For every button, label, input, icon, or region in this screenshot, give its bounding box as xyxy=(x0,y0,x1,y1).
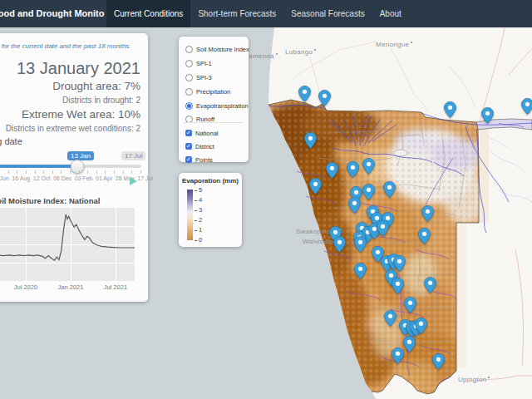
checkbox-points[interactable]: ✓Points xyxy=(185,155,213,165)
map-marker-pin[interactable] xyxy=(392,347,404,364)
slider-current-date-chip: 13 Jan xyxy=(67,151,94,160)
legend-tick: 0 xyxy=(195,237,219,244)
top-nav: Flood and Drought Monitor Current Condit… xyxy=(0,0,532,27)
map-marker-pin[interactable] xyxy=(347,161,359,178)
map-marker-pin[interactable] xyxy=(377,220,389,237)
map-marker-pin[interactable] xyxy=(403,336,416,352)
map-marker-pin[interactable] xyxy=(354,236,367,253)
divider xyxy=(184,122,244,123)
x-axis-tick: Jul 2021 xyxy=(104,283,127,291)
legend-title: Evaporation (mm) xyxy=(179,177,242,185)
radio-precipitation[interactable]: Precipitation xyxy=(185,86,230,96)
summary-stats: 13 January 2021 Drought area: 7% Distric… xyxy=(6,58,140,135)
slider-max-date-chip: 17 Jul xyxy=(121,151,145,160)
current-date: 13 January 2021 xyxy=(6,58,140,78)
place-label: amenda xyxy=(249,52,278,60)
place-label: Upington xyxy=(458,376,490,383)
tab-current-conditions[interactable]: Current Conditions xyxy=(106,0,190,27)
tab-short-term-forecasts[interactable]: Short-term Forecasts xyxy=(190,0,283,27)
tick-label: 16 Aug xyxy=(12,175,30,181)
radio-soil-moisture-index[interactable]: Soil Moisture Index xyxy=(185,44,249,54)
radio-icon xyxy=(185,102,193,110)
legend-tick: 4 xyxy=(195,197,219,204)
etosha-pan xyxy=(394,150,407,156)
intro-note: e for the current date and the past 18 m… xyxy=(0,42,131,50)
map-marker-pin[interactable] xyxy=(444,101,456,118)
place-label: Lubango xyxy=(285,48,316,56)
x-axis-tick: Jan 2021 xyxy=(58,283,84,291)
map-marker-pin[interactable] xyxy=(298,86,311,102)
tick-label: 20 Jun xyxy=(0,175,9,181)
radio-spi-3[interactable]: SPI-3 xyxy=(185,72,212,82)
tick-label: 08 Dec xyxy=(53,175,71,181)
conditions-summary-panel: e for the current date and the past 18 m… xyxy=(0,33,148,302)
radio-icon xyxy=(185,88,193,96)
date-slider-track[interactable] xyxy=(0,165,141,168)
nav-tabs: Current Conditions Short-term Forecasts … xyxy=(106,0,409,27)
smi-line-series xyxy=(0,214,135,260)
tick-label: 01 Apr xyxy=(96,175,112,181)
border-tint-strip2 xyxy=(456,224,466,367)
drought-area-value: Drought area: 7% xyxy=(6,78,140,94)
map-marker-pin[interactable] xyxy=(392,278,404,294)
chart-title: Soil Moisture Index: National xyxy=(0,196,100,205)
map-marker-pin[interactable] xyxy=(521,98,532,115)
place-label: Menongue xyxy=(376,41,412,48)
border-tint-strip xyxy=(480,129,489,223)
app-title: Flood and Drought Monitor xyxy=(0,0,105,27)
map-marker-pin[interactable] xyxy=(348,197,361,214)
play-animation-button[interactable] xyxy=(130,177,137,185)
map-marker-pin[interactable] xyxy=(432,353,445,370)
map-marker-pin[interactable] xyxy=(309,178,322,195)
layer-selector-panel: Soil Moisture Index SPI-1 SPI-3 Precipit… xyxy=(179,37,249,162)
viewing-date-label: Viewing date xyxy=(0,136,22,146)
map-marker-pin[interactable] xyxy=(383,181,396,198)
map-marker-pin[interactable] xyxy=(318,90,331,106)
checkbox-checked-icon: ✓ xyxy=(185,156,192,163)
map-marker-pin[interactable] xyxy=(362,184,375,200)
tick-label: 03 Feb xyxy=(75,175,93,181)
legend-tick: 2 xyxy=(195,217,219,224)
tab-seasonal-forecasts[interactable]: Seasonal Forecasts xyxy=(283,0,372,27)
districts-extreme-wet: Districts in extreme wet conditions: 2 xyxy=(6,122,140,135)
radio-icon xyxy=(185,60,193,67)
date-slider-tickmarks xyxy=(0,170,141,174)
smi-time-series-chart xyxy=(0,208,135,281)
extreme-wet-area-value: Extreme Wet area: 10% xyxy=(6,106,140,122)
checkbox-checked-icon: ✓ xyxy=(185,130,192,136)
map-marker-pin[interactable] xyxy=(404,297,416,313)
legend-tick: 1 xyxy=(195,227,219,234)
legend-tick: 5 xyxy=(195,187,219,194)
map-marker-pin[interactable] xyxy=(333,236,346,253)
tab-about[interactable]: About xyxy=(372,0,409,27)
map-marker-pin[interactable] xyxy=(418,228,431,244)
date-slider-fill xyxy=(0,165,77,168)
map-marker-pin[interactable] xyxy=(384,310,397,327)
radio-icon xyxy=(185,46,193,53)
map-marker-pin[interactable] xyxy=(421,205,434,222)
tick-label: 17 Jul xyxy=(137,175,153,181)
map-marker-pin[interactable] xyxy=(424,277,436,293)
legend-color-ramp xyxy=(187,190,193,240)
map-marker-pin[interactable] xyxy=(362,158,375,175)
x-axis-tick: Jul 2020 xyxy=(14,283,37,291)
checkbox-checked-icon: ✓ xyxy=(185,143,192,150)
checkbox-national[interactable]: ✓National xyxy=(185,128,219,138)
checkbox-district[interactable]: ✓District xyxy=(185,141,214,151)
map-marker-pin[interactable] xyxy=(326,162,338,179)
map-marker-pin[interactable] xyxy=(354,263,367,279)
map-marker-pin[interactable] xyxy=(304,132,317,149)
map-legend-panel: Evaporation (mm) 5 4 3 2 1 0 xyxy=(179,173,242,247)
radio-spi-1[interactable]: SPI-1 xyxy=(185,58,212,68)
districts-in-drought: Districts in drought: 2 xyxy=(6,94,140,106)
radio-evapotranspiration[interactable]: Evapotranspiration xyxy=(185,101,249,111)
map-marker-pin[interactable] xyxy=(481,107,494,124)
tick-label: 12 Oct xyxy=(33,175,51,181)
legend-tick: 3 xyxy=(195,207,219,214)
radio-icon xyxy=(185,74,193,81)
map-marker-pin[interactable] xyxy=(415,318,427,334)
